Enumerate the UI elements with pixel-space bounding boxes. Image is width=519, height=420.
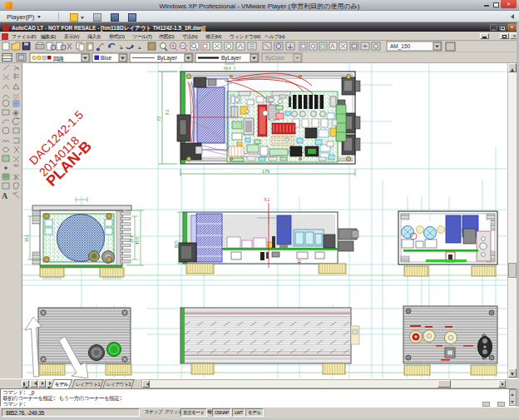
svg-text:176: 176 [262,169,269,174]
svg-text:ByLayer: ByLayer [157,55,178,62]
svg-text:72: 72 [156,116,161,121]
svg-text:45.8: 45.8 [136,237,140,245]
svg-text:38.1: 38.1 [25,235,29,242]
svg-text:ByColor: ByColor [265,55,285,62]
svg-text:6.1: 6.1 [264,198,270,202]
svg-text:86.5: 86.5 [175,240,179,248]
svg-text:AM_150: AM_150 [390,43,411,50]
svg-text:Blue: Blue [101,55,111,61]
svg-text:25.4: 25.4 [130,235,134,243]
svg-text:ByLayer: ByLayer [221,55,242,62]
svg-text:回路: 回路 [53,56,64,62]
svg-text:40: 40 [298,259,302,264]
svg-text:9.4: 9.4 [225,67,231,71]
svg-text:A: A [2,191,8,200]
svg-text:8.1: 8.1 [166,109,170,115]
svg-text:36: 36 [285,221,289,226]
